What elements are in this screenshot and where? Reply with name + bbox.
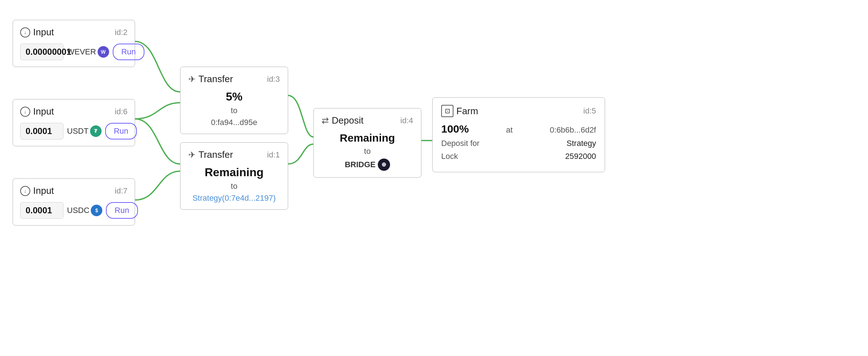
transfer-node-2: ✈ Transfer id:1 Remaining to Strategy(0:…: [180, 142, 288, 210]
transfer1-id: id:3: [267, 75, 280, 84]
download-icon-2: ↓: [20, 107, 30, 117]
deposit-amount: Remaining: [322, 132, 413, 144]
input3-run-button[interactable]: Run: [106, 202, 138, 219]
input1-id: id:2: [115, 28, 127, 37]
input3-id: id:7: [115, 186, 127, 196]
transfer2-content: Remaining to Strategy(0:7e4d...2197): [188, 165, 280, 203]
transfer2-header: ✈ Transfer id:1: [188, 149, 280, 160]
input-node-3: ↓ Input id:7 0.0001 USDC $ Run: [13, 178, 135, 226]
input1-header: ↓ Input id:2: [20, 27, 127, 38]
input1-token: WEVER W: [67, 46, 109, 58]
farm-address: 0:6b6b...6d2f: [550, 125, 596, 135]
farm-percent: 100%: [441, 123, 469, 135]
farm-deposit-for-label: Deposit for: [441, 139, 479, 148]
input1-run-button[interactable]: Run: [113, 44, 144, 60]
farm-id: id:5: [583, 106, 596, 116]
deposit-id: id:4: [401, 116, 413, 125]
farm-deposit-for-value: Strategy: [567, 139, 596, 148]
input1-body: 0.00000001 WEVER W Run: [20, 44, 127, 60]
download-icon-3: ↓: [20, 186, 30, 196]
farm-lock-value: 2592000: [565, 152, 596, 161]
input-node-1: ↓ Input id:2 0.00000001 WEVER W Run: [13, 20, 135, 67]
transfer-node-1: ✈ Transfer id:3 5% to 0:fa94...d95e: [180, 67, 288, 134]
input2-id: id:6: [115, 107, 127, 116]
farm-lock-row: Lock 2592000: [441, 152, 596, 161]
input2-body: 0.0001 USDT ₮ Run: [20, 123, 127, 139]
input2-token: USDT ₮: [67, 125, 102, 137]
usdc-icon: $: [91, 205, 102, 216]
transfer2-title: ✈ Transfer: [188, 149, 233, 160]
input1-value: 0.00000001: [20, 44, 63, 60]
send-icon-2: ✈: [188, 150, 196, 160]
deposit-header: ⇄ Deposit id:4: [322, 115, 413, 126]
bridge-icon: ⊕: [378, 159, 390, 171]
transfer1-content: 5% to 0:fa94...d95e: [188, 90, 280, 127]
transfer1-title: ✈ Transfer: [188, 74, 233, 85]
input1-title: ↓ Input: [20, 27, 54, 38]
input2-run-button[interactable]: Run: [105, 123, 137, 139]
transfer2-amount: Remaining: [188, 165, 280, 179]
input3-title: ↓ Input: [20, 185, 54, 196]
farm-deposit-for-row: Deposit for Strategy: [441, 139, 596, 148]
deposit-to-label: to: [322, 144, 413, 159]
input2-title: ↓ Input: [20, 106, 54, 117]
transfer1-to-label: to: [188, 103, 280, 118]
deposit-title: ⇄ Deposit: [322, 115, 363, 126]
input3-header: ↓ Input id:7: [20, 185, 127, 196]
transfer-icon: ⇄: [322, 116, 329, 126]
send-icon-1: ✈: [188, 74, 196, 84]
farm-at: at: [504, 125, 515, 135]
transfer1-header: ✈ Transfer id:3: [188, 74, 280, 85]
farm-node: ⊡ Farm id:5 100% at 0:6b6b...6d2f Deposi…: [432, 97, 605, 172]
transfer1-address: 0:fa94...d95e: [188, 118, 280, 127]
download-icon-1: ↓: [20, 27, 30, 37]
deposit-node: ⇄ Deposit id:4 Remaining to BRIDGE ⊕: [313, 108, 421, 178]
input3-value: 0.0001: [20, 202, 63, 219]
wever-icon: W: [98, 46, 109, 58]
deposit-content: Remaining to BRIDGE ⊕: [322, 132, 413, 171]
farm-lock-label: Lock: [441, 152, 458, 161]
bridge-label: BRIDGE: [345, 160, 376, 169]
input-node-2: ↓ Input id:6 0.0001 USDT ₮ Run: [13, 99, 135, 146]
farm-title: ⊡ Farm: [441, 105, 478, 117]
input2-value: 0.0001: [20, 123, 63, 139]
farm-header: ⊡ Farm id:5: [441, 105, 596, 117]
bridge-badge: BRIDGE ⊕: [345, 159, 390, 171]
transfer2-to-label: to: [188, 179, 280, 193]
transfer2-address: Strategy(0:7e4d...2197): [188, 193, 280, 203]
farm-percent-row: 100% at 0:6b6b...6d2f: [441, 123, 596, 135]
transfer2-id: id:1: [267, 150, 280, 160]
input2-header: ↓ Input id:6: [20, 106, 127, 117]
usdt-icon: ₮: [90, 125, 102, 137]
input3-token: USDC $: [67, 205, 102, 216]
transfer1-amount: 5%: [188, 90, 280, 103]
input3-body: 0.0001 USDC $ Run: [20, 202, 127, 219]
farm-icon: ⊡: [441, 105, 453, 117]
